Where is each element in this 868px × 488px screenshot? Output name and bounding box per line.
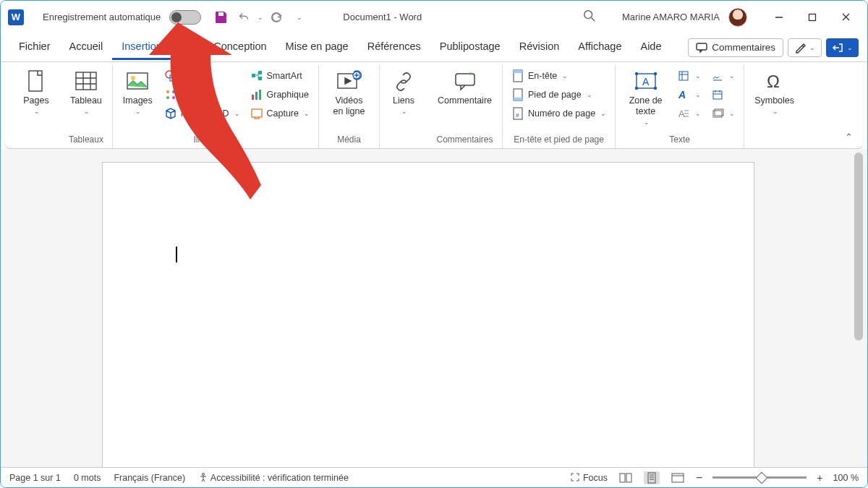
- svg-rect-39: [713, 91, 722, 99]
- view-read-icon[interactable]: [618, 471, 634, 484]
- tableau-button[interactable]: Tableau⌄: [66, 68, 106, 117]
- svg-rect-36: [679, 72, 688, 80]
- textbox-icon: A: [634, 69, 658, 94]
- svg-rect-2: [809, 14, 816, 20]
- tab-affichage[interactable]: Affichage: [569, 35, 631, 60]
- autosave-toggle[interactable]: [169, 10, 201, 25]
- ribbon: Pages⌄ Tableau⌄ Tableaux Images⌄ Icônes …: [5, 62, 863, 149]
- symboles-button[interactable]: Ω Symboles⌄: [750, 68, 799, 117]
- qat-customize[interactable]: ⌄: [297, 14, 302, 21]
- maximize-button[interactable]: [798, 7, 827, 28]
- svg-rect-3: [697, 43, 707, 50]
- wordart-icon: A: [677, 88, 690, 101]
- formes-button[interactable]: [161, 68, 243, 84]
- svg-point-34: [635, 87, 637, 90]
- user-avatar[interactable]: [728, 8, 747, 27]
- group-symboles: Ω Symboles⌄: [744, 65, 804, 148]
- icons-icon: [164, 88, 177, 101]
- zoom-in-button[interactable]: +: [817, 472, 822, 484]
- text-cursor: [176, 247, 177, 262]
- zoom-percent[interactable]: 100 %: [833, 473, 859, 483]
- pied-button[interactable]: Pied de page⌄: [509, 87, 609, 103]
- svg-point-13: [172, 96, 175, 99]
- group-tableaux-label: Tableaux: [69, 132, 103, 148]
- share-button[interactable]: ⌄: [826, 38, 859, 57]
- undo-button[interactable]: [234, 9, 252, 26]
- signature-button[interactable]: ⌄: [708, 68, 738, 84]
- redo-button[interactable]: [268, 9, 285, 26]
- comments-button[interactable]: Commentaires: [688, 38, 783, 57]
- document-page[interactable]: [102, 162, 754, 467]
- page-icon: [24, 69, 48, 94]
- table-icon: [74, 69, 98, 94]
- zoom-out-button[interactable]: −: [696, 471, 702, 484]
- vertical-scrollbar[interactable]: [854, 153, 864, 464]
- search-icon[interactable]: [583, 9, 596, 25]
- omega-icon: Ω: [762, 69, 787, 94]
- screenshot-icon: [250, 107, 263, 120]
- collapse-ribbon-button[interactable]: ⌃: [845, 132, 853, 142]
- ribbon-tabs: Fichier Accueil Insertion XX Conception …: [1, 33, 867, 62]
- zoom-slider[interactable]: [712, 476, 807, 479]
- graphique-button[interactable]: Graphique: [247, 87, 312, 103]
- svg-text:Ω: Ω: [767, 72, 780, 91]
- group-commentaires-label: Commentaires: [436, 132, 493, 148]
- entete-button[interactable]: En-tête⌄: [509, 68, 609, 84]
- cube-icon: [164, 107, 177, 120]
- video-icon: [336, 69, 361, 94]
- status-language[interactable]: Français (France): [114, 473, 185, 483]
- editing-mode-button[interactable]: ⌄: [788, 38, 822, 57]
- word-app-icon: W: [8, 9, 24, 25]
- status-accessibility[interactable]: Accessibilité : vérification terminée: [198, 472, 349, 483]
- datetime-button[interactable]: [708, 87, 738, 103]
- close-button[interactable]: [831, 7, 860, 28]
- save-button[interactable]: [213, 9, 230, 26]
- images-button[interactable]: Images⌄: [119, 68, 157, 117]
- svg-rect-44: [620, 474, 625, 482]
- icones-button[interactable]: Icônes: [161, 87, 243, 103]
- svg-point-7: [131, 76, 135, 80]
- view-web-icon[interactable]: [670, 471, 686, 484]
- svg-text:A: A: [678, 108, 685, 119]
- svg-point-33: [654, 73, 656, 75]
- tab-publipostage[interactable]: Publipostage: [430, 35, 510, 60]
- tab-mise-en-page[interactable]: Mise en page: [276, 35, 358, 60]
- svg-point-12: [166, 96, 169, 99]
- group-media: Vidéos en ligne Média: [319, 65, 380, 148]
- svg-point-8: [166, 71, 173, 78]
- tab-fichier[interactable]: Fichier: [9, 35, 60, 60]
- smartart-button[interactable]: SmartArt: [247, 68, 312, 84]
- tab-conception[interactable]: Conception: [204, 35, 276, 60]
- minimize-button[interactable]: [765, 7, 793, 28]
- view-print-icon[interactable]: [644, 471, 660, 484]
- status-words[interactable]: 0 mots: [74, 473, 101, 483]
- group-media-label: Média: [337, 132, 361, 148]
- chart-icon: [250, 88, 263, 101]
- status-focus[interactable]: Focus: [570, 472, 608, 483]
- scrollbar-thumb[interactable]: [854, 153, 863, 341]
- tab-insertion[interactable]: Insertion: [112, 35, 171, 60]
- header-icon: [511, 69, 524, 82]
- capture-button[interactable]: Capture⌄: [247, 106, 312, 121]
- title-bar: W Enregistrement automatique ⌄ ⌄ Documen…: [1, 1, 867, 33]
- tab-aide[interactable]: Aide: [631, 35, 671, 60]
- zone-texte-button[interactable]: A Zone de texte⌄: [621, 68, 670, 128]
- tab-references[interactable]: Références: [358, 35, 430, 60]
- object-button[interactable]: ⌄: [708, 106, 738, 121]
- tab-accueil[interactable]: Accueil: [60, 35, 113, 60]
- videos-button[interactable]: Vidéos en ligne: [325, 68, 373, 119]
- dropcap-button[interactable]: A⌄: [674, 106, 704, 121]
- document-area: [1, 149, 867, 467]
- pages-button[interactable]: Pages⌄: [18, 68, 54, 117]
- numero-button[interactable]: #Numéro de page⌄: [509, 106, 609, 121]
- modeles3d-button[interactable]: Modèles 3D⌄: [161, 106, 243, 121]
- quickparts-button[interactable]: ⌄: [674, 68, 704, 84]
- commentaire-button[interactable]: Commentaire: [433, 68, 496, 108]
- wordart-button[interactable]: A⌄: [674, 87, 704, 103]
- tab-revision[interactable]: Révision: [510, 35, 569, 60]
- group-pages: Pages⌄: [12, 65, 60, 148]
- status-page[interactable]: Page 1 sur 1: [9, 473, 61, 483]
- svg-point-10: [166, 90, 169, 93]
- undo-dropdown[interactable]: ⌄: [258, 14, 263, 21]
- liens-button[interactable]: Liens⌄: [386, 68, 422, 117]
